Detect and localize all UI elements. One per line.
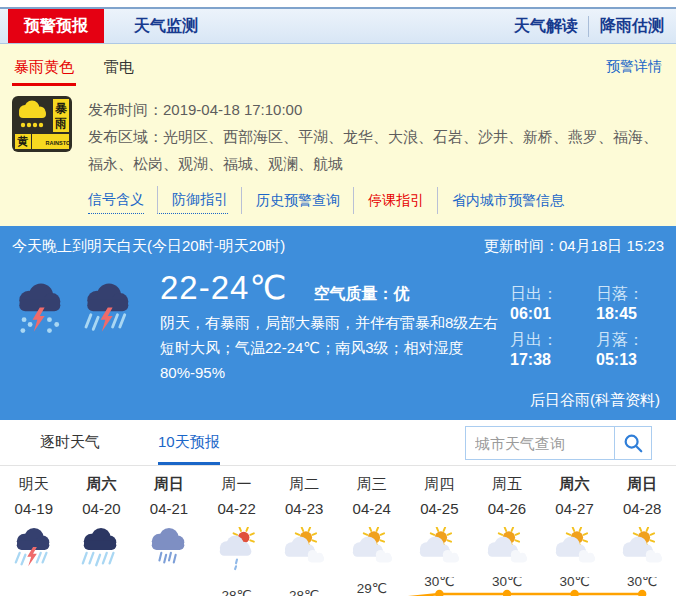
weather-icon-partly-cloudy [416, 527, 462, 571]
day-name: 周六 [68, 475, 136, 500]
air-quality: 空气质量：优 [313, 284, 409, 305]
day-column[interactable]: 明天04-19 [0, 475, 68, 575]
high-temp-point [503, 590, 511, 596]
temp-row: 22-24℃ 空气质量：优 [160, 268, 510, 307]
day-name: 周四 [406, 475, 474, 500]
day-column[interactable]: 周二04-23 [270, 475, 338, 575]
weather-icon-heavy-rain [78, 527, 124, 571]
publish-time-value: 2019-04-18 17:10:00 [163, 101, 302, 118]
weather-icon-shower-sun [214, 527, 260, 571]
weather-icon-partly-cloudy [552, 527, 598, 571]
sun-moon-label: 月出： [510, 331, 558, 348]
almanac-link[interactable]: 后日谷雨(科普资料) [530, 391, 660, 408]
forecast-tabbar: 逐时天气 10天预报 [0, 420, 676, 466]
sun-moon-times: 日出：06:01日落：18:45月出：17:38月落：05:13 [510, 268, 664, 385]
warning-link[interactable]: 停课指引 [353, 187, 424, 214]
weather-icon-partly-cloudy [349, 527, 395, 571]
day-name: 周日 [135, 475, 203, 500]
weather-icon-partly-cloudy [281, 527, 327, 571]
update-time: 更新时间：04月18日 15:23 [484, 237, 664, 256]
top-nav-link[interactable]: 天气解读 [514, 16, 578, 37]
weather-icon-partly-cloudy [619, 527, 665, 571]
day-date: 04-21 [135, 500, 203, 527]
day-column[interactable]: 周四04-25 [406, 475, 474, 575]
tab-hourly-weather[interactable]: 逐时天气 [40, 420, 100, 465]
day-date: 04-23 [270, 500, 338, 527]
day-icon [270, 527, 338, 575]
day-icon [541, 527, 609, 575]
weather-description: 阴天，有暴雨，局部大暴雨，并伴有雷暴和8级左右短时大风；气温22-24℃；南风3… [160, 310, 510, 385]
update-time-value: 04月18日 15:23 [559, 237, 664, 254]
signal-name-cn: 暴雨 [53, 99, 69, 132]
search-input[interactable] [465, 426, 615, 460]
tab-weather-monitoring[interactable]: 天气监测 [134, 9, 198, 43]
high-temp-label: 28℃ [222, 588, 252, 596]
sun-moon-label: 日落： [596, 285, 644, 302]
day-icon [0, 527, 68, 575]
high-temp-point [570, 590, 578, 596]
high-temp-label: 30℃ [627, 577, 657, 589]
high-temp-label: 30℃ [492, 577, 522, 589]
publish-time-line: 发布时间：2019-04-18 17:10:00 [88, 96, 662, 123]
weather-icon-thunderstorm [80, 282, 138, 338]
day-icon [406, 527, 474, 575]
day-column[interactable]: 周日04-28 [608, 475, 676, 575]
day-date: 04-27 [541, 500, 609, 527]
tab-lightning[interactable]: 雷电 [102, 48, 136, 86]
weather-icon-thunder-hail [12, 282, 70, 338]
sun-moon-value: 05:13 [596, 351, 637, 368]
day-date: 04-19 [0, 500, 68, 527]
forecast-main: 22-24℃ 空气质量：优 阴天，有暴雨，局部大暴雨，并伴有雷暴和8级左右短时大… [0, 262, 676, 385]
sun-moon-item: 月出：17:38 [510, 330, 576, 369]
warning-detail-link[interactable]: 预警详情 [606, 58, 662, 86]
day-name: 周三 [338, 475, 406, 500]
day-name: 周日 [608, 475, 676, 500]
tab-ten-day-forecast[interactable]: 10天预报 [158, 420, 220, 465]
day-column[interactable]: 周五04-26 [473, 475, 541, 575]
update-time-label: 更新时间： [484, 237, 559, 254]
sun-moon-label: 月落： [596, 331, 644, 348]
city-weather-search [465, 426, 652, 460]
air-quality-label: 空气质量： [313, 285, 393, 302]
tab-rainstorm-yellow[interactable]: 暴雨黄色 [12, 48, 76, 86]
forecast-header: 今天晚上到明天白天(今日20时-明天20时) 更新时间：04月18日 15:23 [0, 232, 676, 262]
weather-icon-rain [146, 527, 192, 571]
warning-link[interactable]: 历史预警查询 [241, 187, 340, 214]
sun-moon-item: 月落：05:13 [596, 330, 662, 369]
day-date: 04-26 [473, 500, 541, 527]
warning-link[interactable]: 信号含义 [88, 186, 144, 214]
day-column[interactable]: 周六04-27 [541, 475, 609, 575]
day-column[interactable]: 周三04-24 [338, 475, 406, 575]
day-column[interactable]: 周一04-22 [203, 475, 271, 575]
weather-icon-partly-cloudy [484, 527, 530, 571]
warning-text: 发布时间：2019-04-18 17:10:00 发布区域：光明区、西部海区、平… [88, 96, 662, 214]
warning-link[interactable]: 防御指引 [157, 186, 228, 214]
tab-warning-forecast[interactable]: 预警预报 [8, 9, 104, 43]
sun-moon-value: 18:45 [596, 305, 637, 322]
day-name: 周五 [473, 475, 541, 500]
sun-moon-item: 日出：06:01 [510, 284, 576, 323]
weather-icon-thunderstorm [11, 527, 57, 571]
temperature-range: 22-24℃ [160, 268, 287, 307]
day-date: 04-28 [608, 500, 676, 527]
sun-moon-value: 17:38 [510, 351, 551, 368]
search-icon [622, 432, 644, 454]
publish-time-label: 发布时间： [88, 101, 163, 118]
warning-links: 信号含义防御指引历史预警查询停课指引省内城市预警信息 [88, 186, 662, 214]
warning-body: 暴雨 黄 RAINSTORM 发布时间：2019-04-18 17:10:00 … [0, 86, 676, 214]
warning-link[interactable]: 省内城市预警信息 [437, 187, 564, 214]
top-nav-link[interactable]: 降雨估测 [588, 16, 664, 37]
day-name: 周一 [203, 475, 271, 500]
day-name: 周六 [541, 475, 609, 500]
day-date: 04-25 [406, 500, 474, 527]
day-column[interactable]: 周日04-21 [135, 475, 203, 575]
rainstorm-yellow-signal-icon: 暴雨 黄 RAINSTORM [12, 96, 72, 152]
day-icon [608, 527, 676, 575]
day-icon [338, 527, 406, 575]
day-column[interactable]: 周六04-20 [68, 475, 136, 575]
search-button[interactable] [614, 426, 652, 460]
warning-tabs: 暴雨黄色 雷电 预警详情 [0, 44, 676, 86]
warning-panel: 暴雨黄色 雷电 预警详情 暴雨 黄 RAINSTORM 发布时间：20 [0, 44, 676, 226]
day-date: 04-22 [203, 500, 271, 527]
publish-area-value: 光明区、西部海区、平湖、龙华、大浪、石岩、沙井、新桥、燕罗、福海、福永、松岗、观… [88, 128, 658, 172]
